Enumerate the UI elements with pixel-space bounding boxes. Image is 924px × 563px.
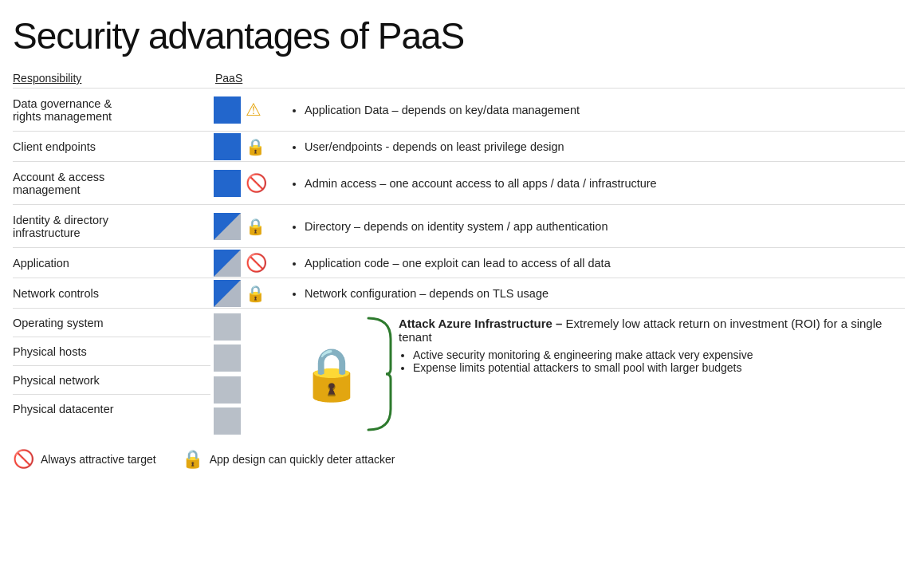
attack-text-block: Attack Azure Infrastructure – Extremely … [394, 309, 905, 439]
resp-identity-directory: Identity & directoryinfrastructure [13, 204, 210, 247]
responsibility-column: Responsibility Data governance &rights m… [13, 65, 210, 439]
square-application [214, 250, 241, 277]
warning-icon: ⚠ [246, 100, 261, 120]
legend-app-deter-label: App design can quickly deter attacker [210, 453, 395, 466]
square-client-endpoints [214, 133, 241, 160]
brace-svg [365, 315, 394, 433]
attack-bullet-1: Active security monitoring & engineering… [413, 348, 898, 361]
legend-lock-icon: 🔒 [182, 449, 203, 470]
main-layout: Responsibility Data governance &rights m… [13, 65, 905, 439]
no-icon-application: 🚫 [246, 253, 267, 274]
square-account-access [214, 170, 241, 197]
content-application: Application code – one exploit can lead … [298, 257, 905, 270]
resp-operating-system: Operating system [13, 308, 210, 337]
resp-application: Application [13, 247, 210, 278]
attack-bullet-2: Expense limits potential attackers to sm… [413, 361, 898, 374]
resp-network-controls: Network controls [13, 278, 210, 308]
square-physical-hosts [214, 344, 241, 372]
resp-physical-network: Physical network [13, 365, 210, 394]
content-data-governance: Application Data – depends on key/data m… [298, 104, 905, 116]
resp-physical-datacenter: Physical datacenter [13, 394, 210, 423]
content-client-endpoints: User/endpoints - depends on least privil… [298, 140, 905, 153]
lock-icon-client: 🔒 [246, 137, 265, 156]
resp-client-endpoints: Client endpoints [13, 131, 210, 161]
resp-physical-hosts: Physical hosts [13, 337, 210, 365]
attack-title: Attack Azure Infrastructure – Extremely … [399, 317, 898, 344]
lock-icon-identity: 🔒 [246, 217, 265, 236]
legend-app-deter: 🔒 App design can quickly deter attacker [182, 449, 395, 470]
content-account-access: Admin access – one account access to all… [298, 177, 905, 190]
resp-data-governance: Data governance &rights management [13, 88, 210, 131]
square-physical-datacenter [214, 407, 241, 435]
content-identity-directory: Directory – depends on identity system /… [298, 220, 905, 233]
square-data-governance [214, 96, 241, 124]
big-lock-icon: 🔒 [300, 348, 364, 400]
legend-no-icon: 🚫 [13, 449, 34, 470]
legend-always-attractive: 🚫 Always attractive target [13, 449, 156, 470]
square-network-controls [214, 280, 241, 307]
square-physical-network [214, 376, 241, 404]
square-identity-directory [214, 213, 241, 240]
resp-header: Responsibility [13, 65, 210, 88]
resp-account-access: Account & accessmanagement [13, 161, 210, 204]
no-icon-account: 🚫 [246, 173, 267, 194]
paas-header: PaaS [210, 65, 298, 88]
lock-icon-network: 🔒 [246, 284, 265, 303]
square-operating-system [214, 313, 241, 341]
legend-always-attractive-label: Always attractive target [41, 453, 156, 466]
content-network-controls: Network configuration – depends on TLS u… [298, 287, 905, 300]
page-title: Security advantages of PaaS [13, 14, 905, 57]
legend-row: 🚫 Always attractive target 🔒 App design … [13, 446, 905, 470]
